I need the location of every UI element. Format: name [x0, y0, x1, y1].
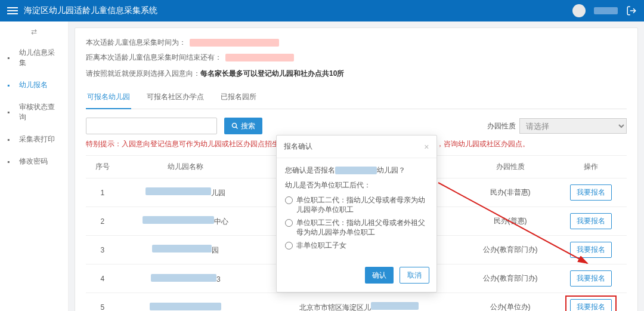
- collect-time-line: 本次适龄儿童信息采集时间为：: [86, 35, 627, 50]
- col-header: 操作: [555, 156, 627, 178]
- radio-input[interactable]: [285, 219, 293, 227]
- avatar[interactable]: [572, 4, 586, 17]
- apply-button[interactable]: 我要报名: [570, 184, 612, 201]
- cell-seq: 3: [86, 236, 119, 264]
- cell-nature: 民办(普惠): [465, 207, 555, 236]
- cell-nature: 公办(教育部门办): [465, 236, 555, 264]
- sidebar-icon: ▪: [7, 81, 16, 90]
- main-content: 本次适龄儿童信息采集时间为： 距离本次适龄儿童信息采集时间结束还有： 请按照就近…: [69, 21, 644, 311]
- cell-name: 中心: [119, 207, 252, 236]
- sidebar-icon: ▪: [7, 136, 16, 144]
- cell-seq: 1: [86, 178, 119, 207]
- modal-option-2[interactable]: 非单位职工子女: [285, 241, 428, 250]
- cell-address: 北京市市辖区海淀区儿: [252, 293, 465, 312]
- close-icon[interactable]: ×: [424, 142, 429, 152]
- sidebar-item-3[interactable]: ▪采集表打印: [0, 128, 68, 150]
- radio-input[interactable]: [285, 196, 293, 204]
- confirm-modal: 报名确认 × 您确认是否报名幼儿园？ 幼儿是否为单位职工后代： 单位职工二代：指…: [276, 135, 437, 292]
- sidebar-item-label: 幼儿信息采集: [19, 48, 61, 68]
- logout-icon[interactable]: [626, 5, 637, 16]
- sidebar: ⇄ ▪幼儿信息采集▪幼儿报名▪审核状态查询▪采集表打印▪修改密码: [0, 21, 69, 311]
- modal-sub-question: 幼儿是否为单位职工后代：: [285, 180, 428, 190]
- sidebar-item-label: 审核状态查询: [19, 102, 61, 122]
- cell-name: 园: [119, 236, 252, 264]
- cell-name: 儿园: [119, 178, 252, 207]
- tab-2[interactable]: 已报名园所: [219, 86, 258, 109]
- confirm-button[interactable]: 确认: [365, 267, 394, 284]
- top-bar: 海淀区幼儿园适龄儿童信息采集系统: [0, 0, 644, 21]
- cell-seq: 5: [86, 293, 119, 312]
- tabs: 可报名幼儿园可报名社区办学点已报名园所: [86, 86, 627, 109]
- filter-label: 办园性质: [487, 121, 516, 131]
- cell-seq: 2: [86, 207, 119, 236]
- table-row: 5北京市市辖区海淀区儿公办(单位办)我要报名: [86, 293, 627, 312]
- cell-seq: 4: [86, 264, 119, 293]
- col-header: 幼儿园名称: [119, 156, 252, 178]
- sidebar-item-2[interactable]: ▪审核状态查询: [0, 96, 68, 128]
- svg-point-1: [233, 124, 237, 128]
- svg-line-2: [236, 127, 238, 129]
- countdown-line: 距离本次适龄儿童信息采集时间结束还有：: [86, 50, 627, 65]
- username-redacted: [594, 7, 618, 14]
- cell-nature: 民办(非普惠): [465, 178, 555, 207]
- option-label: 非单位职工子女: [296, 241, 346, 250]
- sidebar-item-label: 幼儿报名: [19, 80, 48, 90]
- collapse-icon[interactable]: ⇄: [0, 21, 68, 42]
- cell-nature: 公办(教育部门办): [465, 264, 555, 293]
- col-header: 序号: [86, 156, 119, 178]
- search-input[interactable]: [86, 118, 217, 134]
- sidebar-item-4[interactable]: ▪修改密码: [0, 150, 68, 173]
- option-label: 单位职工二代：指幼儿父母或者母亲为幼儿园举办单位职工: [296, 195, 428, 214]
- apply-button[interactable]: 我要报名: [570, 270, 612, 287]
- nature-select[interactable]: 请选择: [519, 118, 627, 134]
- option-label: 单位职工三代：指幼儿祖父母或者外祖父母为幼儿园举办单位职工: [296, 218, 428, 237]
- cancel-button[interactable]: 取消: [400, 267, 429, 284]
- tab-1[interactable]: 可报名社区办学点: [145, 86, 205, 109]
- modal-title: 报名确认: [284, 141, 312, 152]
- apply-button[interactable]: 我要报名: [570, 242, 612, 258]
- modal-confirm-question: 您确认是否报名幼儿园？: [285, 165, 428, 175]
- sidebar-icon: ▪: [7, 54, 16, 62]
- rule-line: 请按照就近就便原则选择入园意向：每名家长最多可以登记幼儿园和社办点共10所: [86, 65, 627, 82]
- tab-0[interactable]: 可报名幼儿园: [86, 86, 131, 109]
- app-title: 海淀区幼儿园适龄儿童信息采集系统: [24, 5, 157, 16]
- apply-button[interactable]: 我要报名: [570, 213, 612, 229]
- sidebar-icon: ▪: [7, 158, 16, 166]
- cell-name: 3: [119, 264, 252, 293]
- sidebar-item-label: 采集表打印: [19, 134, 55, 144]
- search-button[interactable]: 搜索: [224, 118, 262, 134]
- cell-nature: 公办(单位办): [465, 293, 555, 312]
- apply-button[interactable]: 我要报名: [570, 299, 612, 311]
- cell-name: [119, 293, 252, 312]
- menu-icon[interactable]: [7, 5, 18, 16]
- sidebar-icon: ▪: [7, 108, 16, 116]
- sidebar-item-0[interactable]: ▪幼儿信息采集: [0, 42, 68, 74]
- modal-option-1[interactable]: 单位职工三代：指幼儿祖父母或者外祖父母为幼儿园举办单位职工: [285, 218, 428, 237]
- modal-option-0[interactable]: 单位职工二代：指幼儿父母或者母亲为幼儿园举办单位职工: [285, 195, 428, 214]
- sidebar-item-1[interactable]: ▪幼儿报名: [0, 74, 68, 96]
- radio-input[interactable]: [285, 242, 293, 250]
- sidebar-item-label: 修改密码: [19, 156, 48, 167]
- col-header: 办园性质: [465, 156, 555, 178]
